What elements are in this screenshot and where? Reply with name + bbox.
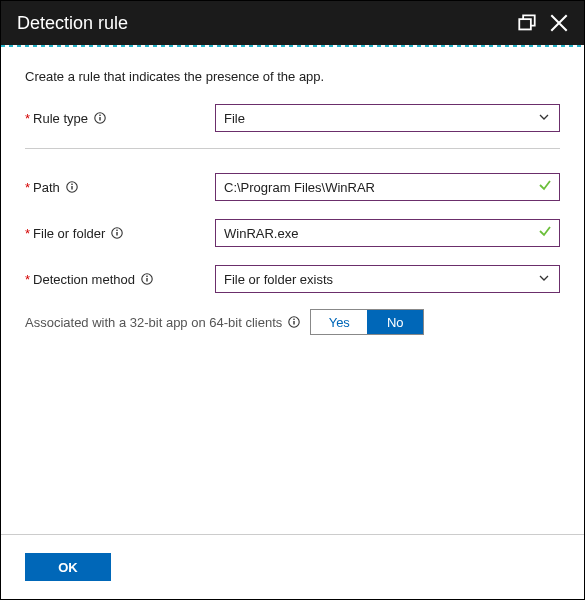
svg-rect-3 [99,115,100,116]
path-value: C:\Program Files\WinRAR [224,180,375,195]
titlebar: Detection rule [1,1,584,45]
chevron-down-icon [538,270,550,288]
detection-method-value: File or folder exists [224,272,333,287]
info-icon[interactable] [288,316,300,328]
rule-type-row: *Rule type File [25,102,560,134]
divider [25,148,560,149]
check-icon [538,178,552,196]
svg-rect-11 [146,278,147,282]
description-text: Create a rule that indicates the presenc… [25,69,560,84]
info-icon[interactable] [94,112,106,124]
svg-rect-15 [294,319,295,320]
bitness-toggle: Yes No [310,309,424,335]
detection-method-label: *Detection method [25,272,215,287]
bitness-no-button[interactable]: No [367,310,423,334]
ok-button[interactable]: OK [25,553,111,581]
file-or-folder-value: WinRAR.exe [224,226,298,241]
restore-icon[interactable] [518,14,536,32]
info-icon[interactable] [141,273,153,285]
path-row: *Path C:\Program Files\WinRAR [25,171,560,203]
rule-type-label: *Rule type [25,111,215,126]
svg-rect-0 [519,19,531,29]
content-area: Create a rule that indicates the presenc… [1,47,584,534]
svg-rect-8 [117,232,118,236]
file-or-folder-input[interactable]: WinRAR.exe [215,219,560,247]
file-or-folder-label: *File or folder [25,226,215,241]
info-icon[interactable] [111,227,123,239]
bitness-label: Associated with a 32-bit app on 64-bit c… [25,315,300,330]
svg-rect-6 [71,184,72,185]
rule-type-value: File [224,111,245,126]
path-label: *Path [25,180,215,195]
file-or-folder-row: *File or folder WinRAR.exe [25,217,560,249]
detection-method-select[interactable]: File or folder exists [215,265,560,293]
svg-rect-5 [71,186,72,190]
path-input[interactable]: C:\Program Files\WinRAR [215,173,560,201]
bitness-row: Associated with a 32-bit app on 64-bit c… [25,309,560,335]
rule-type-select[interactable]: File [215,104,560,132]
title-text: Detection rule [17,13,128,34]
svg-rect-14 [294,321,295,325]
check-icon [538,224,552,242]
svg-rect-9 [117,230,118,231]
close-icon[interactable] [550,14,568,32]
chevron-down-icon [538,109,550,127]
footer: OK [1,534,584,599]
detection-method-row: *Detection method File or folder exists [25,263,560,295]
svg-rect-12 [146,276,147,277]
info-icon[interactable] [66,181,78,193]
bitness-yes-button[interactable]: Yes [311,310,367,334]
svg-rect-2 [99,117,100,121]
